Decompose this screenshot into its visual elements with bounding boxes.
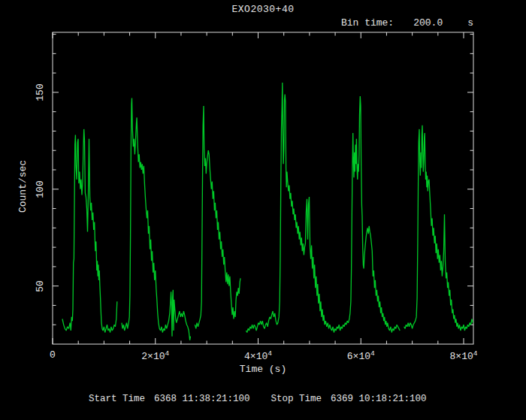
time-range-row: Start Time6368 11:38:21:100Stop Time6369…: [89, 394, 427, 404]
xronos-lightcurve-screen: EXO2030+40 Bin time:200.0s Count/sec Tim…: [0, 0, 526, 420]
start-time-label: Start Time: [89, 394, 145, 404]
lightcurve-series: [122, 98, 191, 340]
stop-time-label: Stop Time: [271, 394, 322, 404]
start-time-value: 6368 11:38:21:100: [154, 394, 250, 404]
lightcurve-series: [404, 125, 473, 331]
lightcurve-series: [195, 106, 240, 328]
lightcurve-plot: [0, 0, 526, 420]
stop-time-value: 6369 10:18:21:100: [331, 394, 427, 404]
lightcurve-series: [62, 129, 117, 333]
plot-frame: [53, 32, 473, 344]
lightcurve-series: [246, 83, 400, 333]
